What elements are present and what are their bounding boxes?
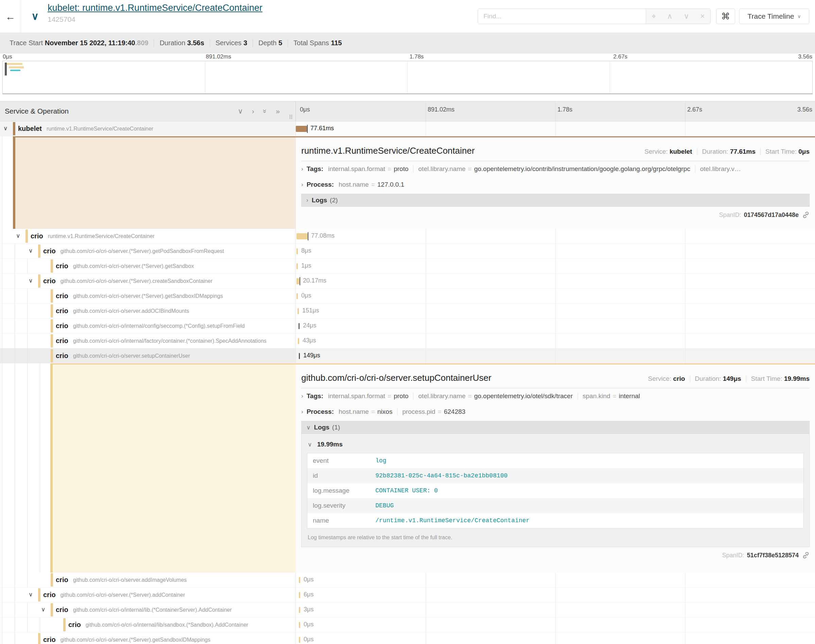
chevron-down-icon[interactable]: ∨ (3, 125, 8, 132)
span-row-timeline-cell[interactable]: 24μs (296, 319, 815, 333)
chevron-right-icon[interactable]: › (252, 107, 254, 115)
close-icon[interactable]: × (700, 12, 705, 21)
span-row-timeline-cell[interactable]: 1μs (296, 259, 815, 273)
column-resize-grip[interactable] (290, 115, 292, 119)
span-row-name-cell[interactable]: criogithub.com/cri-o/cri-o/server.addIma… (0, 573, 296, 587)
span-row-name-cell[interactable]: ∨kubeletruntime.v1.RuntimeService/Create… (0, 121, 296, 136)
span-row-timeline-cell[interactable]: 6μs (296, 587, 815, 602)
find-input[interactable] (478, 9, 646, 24)
span-row[interactable]: criogithub.com/cri-o/cri-o/server.(*Serv… (0, 632, 815, 644)
span-row-name-cell[interactable]: criogithub.com/cri-o/cri-o/server.(*Serv… (0, 632, 296, 644)
chevron-down-icon[interactable]: ∨ (29, 591, 33, 598)
span-row[interactable]: criogithub.com/cri-o/cri-o/internal/conf… (0, 319, 815, 334)
span-row-timeline-cell[interactable]: 151μs (296, 304, 815, 318)
tag-chip[interactable]: otel.library.name=go.opentelemetry.io/ot… (413, 393, 573, 400)
double-chevron-right-icon[interactable]: » (276, 107, 280, 115)
span-row-name-cell[interactable]: ∨criogithub.com/cri-o/cri-o/server.(*Ser… (0, 244, 296, 258)
view-selector-button[interactable]: Trace Timeline ∨ (739, 9, 809, 24)
chevron-down-icon[interactable]: ∨ (16, 232, 20, 239)
span-row[interactable]: ∨kubeletruntime.v1.RuntimeService/Create… (0, 121, 815, 136)
span-row-name-cell[interactable]: ∨criogithub.com/cri-o/cri-o/server.(*Ser… (0, 274, 296, 288)
chevron-down-icon[interactable]: ∨ (29, 277, 33, 284)
tag-chip[interactable]: otel.library.name=go.opentelemetry.io/co… (413, 165, 690, 173)
span-duration-bar[interactable] (299, 577, 300, 583)
span-row[interactable]: criogithub.com/cri-o/cri-o/internal/lib/… (0, 618, 815, 632)
span-duration-bar[interactable] (298, 338, 299, 344)
span-duration-bar[interactable] (297, 233, 308, 239)
span-row[interactable]: criogithub.com/cri-o/cri-o/server.(*Serv… (0, 289, 815, 304)
double-chevron-down-icon[interactable]: » (261, 109, 269, 113)
keyboard-shortcuts-button[interactable]: ⌘ (716, 9, 735, 24)
minimap-viewport-handle[interactable] (5, 63, 7, 75)
span-row-name-cell[interactable]: ∨crioruntime.v1.RuntimeService/CreateCon… (0, 229, 296, 244)
chevron-down-icon[interactable]: ∨ (684, 12, 689, 21)
link-icon[interactable] (802, 552, 810, 559)
trace-title-link[interactable]: kubelet: runtime.v1.RuntimeService/Creat… (47, 3, 262, 13)
tag-chip[interactable]: otel.library.v… (695, 165, 741, 173)
span-row-name-cell[interactable]: ∨criogithub.com/cri-o/cri-o/server.(*Ser… (0, 587, 296, 602)
span-duration-bar[interactable] (297, 308, 299, 314)
chevron-up-icon[interactable]: ∧ (667, 12, 673, 21)
span-row-name-cell[interactable]: ∨criogithub.com/cri-o/cri-o/internal/lib… (0, 603, 296, 617)
span-row[interactable]: ∨criogithub.com/cri-o/cri-o/server.(*Ser… (0, 244, 815, 259)
span-row[interactable]: criogithub.com/cri-o/cri-o/server.addOCI… (0, 304, 815, 319)
span-row-name-cell[interactable]: criogithub.com/cri-o/cri-o/server.addOCI… (0, 304, 296, 318)
span-row-name-cell[interactable]: criogithub.com/cri-o/cri-o/internal/lib/… (0, 618, 296, 632)
chevron-down-icon[interactable]: ∨ (29, 247, 33, 255)
process-row[interactable]: › Process: host.name=127.0.0.1 (301, 177, 810, 192)
span-row-timeline-cell[interactable]: 8μs (296, 244, 815, 258)
chevron-down-icon[interactable]: ∨ (41, 606, 45, 613)
back-button[interactable]: ← (0, 0, 21, 33)
span-row[interactable]: ∨criogithub.com/cri-o/cri-o/server.(*Ser… (0, 274, 815, 289)
span-duration-bar[interactable] (299, 607, 300, 613)
span-row[interactable]: criogithub.com/cri-o/cri-o/server.(*Serv… (0, 259, 815, 274)
log-entry-toggle[interactable]: ∨ 19.99ms (308, 441, 804, 448)
span-row[interactable]: criogithub.com/cri-o/cri-o/server.setupC… (0, 348, 815, 363)
tag-chip[interactable]: host.name=nixos (339, 408, 392, 416)
span-duration-bar[interactable] (299, 622, 300, 628)
minimap-canvas[interactable] (2, 61, 813, 94)
span-row-name-cell[interactable]: criogithub.com/cri-o/cri-o/server.(*Serv… (0, 259, 296, 273)
logs-toggle[interactable]: › Logs (2) (301, 194, 810, 207)
span-row[interactable]: ∨criogithub.com/cri-o/cri-o/server.(*Ser… (0, 587, 815, 603)
tag-chip[interactable]: span.kind=internal (578, 393, 640, 400)
process-row[interactable]: › Process: host.name=nixosprocess.pid=62… (301, 404, 810, 420)
link-icon[interactable] (802, 211, 810, 219)
span-row-timeline-cell[interactable]: 3μs (296, 603, 815, 617)
span-row-name-cell[interactable]: criogithub.com/cri-o/cri-o/internal/fact… (0, 334, 296, 348)
span-duration-bar[interactable] (296, 126, 307, 132)
span-row[interactable]: criogithub.com/cri-o/cri-o/server.addIma… (0, 573, 815, 587)
logs-toggle[interactable]: ∨ Logs (1) (301, 421, 810, 434)
locate-icon[interactable]: ⌖ (651, 12, 656, 21)
span-duration-bar[interactable] (299, 637, 300, 643)
span-row-name-cell[interactable]: criogithub.com/cri-o/cri-o/server.(*Serv… (0, 289, 296, 303)
span-duration-bar[interactable] (297, 248, 298, 255)
tags-row[interactable]: › Tags: internal.span.format=protootel.l… (301, 388, 810, 404)
trace-title-chevron-icon[interactable]: ∨ (31, 10, 39, 22)
span-row-name-cell[interactable]: criogithub.com/cri-o/cri-o/server.setupC… (0, 348, 296, 363)
span-row-name-cell[interactable]: criogithub.com/cri-o/cri-o/internal/conf… (0, 319, 296, 333)
span-row-timeline-cell[interactable]: 77.08ms (296, 229, 815, 244)
span-row-timeline-cell[interactable]: 0μs (296, 618, 815, 632)
span-row[interactable]: criogithub.com/cri-o/cri-o/internal/fact… (0, 334, 815, 348)
span-row-timeline-cell[interactable]: 43μs (296, 334, 815, 348)
span-duration-bar[interactable] (297, 278, 300, 284)
span-row-timeline-cell[interactable]: 20.17ms (296, 274, 815, 288)
span-row-timeline-cell[interactable]: 149μs (296, 348, 815, 363)
span-row[interactable]: ∨crioruntime.v1.RuntimeService/CreateCon… (0, 229, 815, 244)
span-duration-bar[interactable] (297, 263, 298, 269)
span-duration-bar[interactable] (299, 323, 300, 329)
span-row[interactable]: ∨criogithub.com/cri-o/cri-o/internal/lib… (0, 603, 815, 618)
span-duration-bar[interactable] (297, 293, 298, 299)
tag-chip[interactable]: process.pid=624283 (397, 408, 466, 416)
tag-chip[interactable]: internal.span.format=proto (328, 165, 408, 173)
tag-chip[interactable]: internal.span.format=proto (328, 393, 408, 400)
span-row-timeline-cell[interactable]: 0μs (296, 289, 815, 303)
span-duration-bar[interactable] (299, 592, 300, 598)
tag-chip[interactable]: host.name=127.0.0.1 (339, 181, 404, 189)
span-duration-bar[interactable] (299, 353, 300, 359)
span-row-timeline-cell[interactable]: 77.61ms (296, 121, 815, 136)
span-row-timeline-cell[interactable]: 0μs (296, 632, 815, 644)
chevron-down-icon[interactable]: ∨ (237, 107, 243, 115)
tags-row[interactable]: › Tags: internal.span.format=protootel.l… (301, 161, 810, 177)
